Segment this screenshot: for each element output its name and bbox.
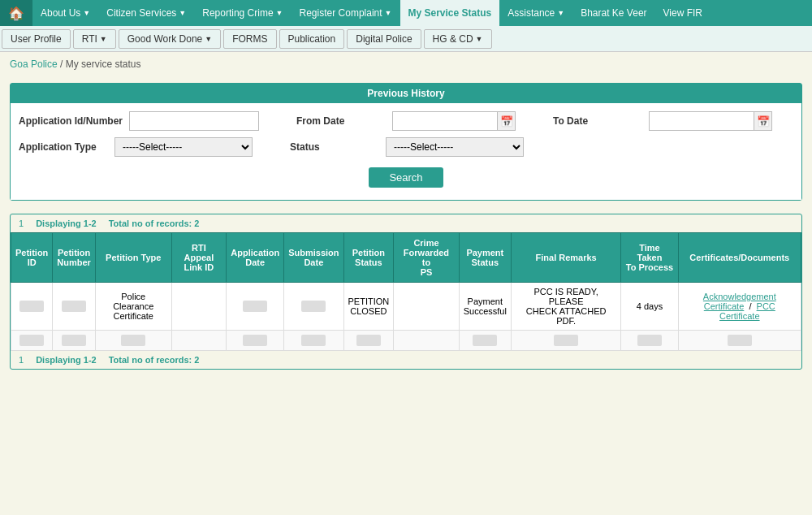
col-petition-status: PetitionStatus [343, 233, 394, 283]
results-bottom-total: Total no of records: 2 [109, 355, 200, 365]
nav-my-service-status[interactable]: My Service Status [400, 0, 500, 26]
blurred-cell [62, 301, 86, 312]
from-date-calendar-icon[interactable]: 📅 [498, 111, 516, 131]
results-table: PetitionID PetitionNumber Petition Type … [11, 232, 801, 351]
results-bottom-info: 1 Displaying 1-2 Total no of records: 2 [11, 351, 801, 369]
from-date-input[interactable] [392, 111, 498, 131]
row1-application-date [227, 283, 284, 331]
from-date-label: From Date [296, 115, 386, 127]
top-navbar: 🏠 About Us ▼ Citizen Services ▼ Reportin… [0, 0, 812, 26]
blurred-cell [356, 335, 381, 346]
results-panel: 1 Displaying 1-2 Total no of records: 2 … [10, 214, 802, 370]
blurred-cell [243, 335, 267, 346]
row1-crime-forwarded [394, 283, 459, 331]
to-date-calendar-icon[interactable]: 📅 [754, 111, 772, 131]
row2-petition-number [53, 331, 96, 351]
blurred-cell [301, 335, 326, 346]
results-table-head: PetitionID PetitionNumber Petition Type … [11, 233, 801, 283]
status-select[interactable]: -----Select----- [386, 137, 524, 157]
good-work-done-arrow: ▼ [205, 35, 212, 43]
application-type-select[interactable]: -----Select----- [114, 137, 253, 157]
to-date-wrap: 📅 [649, 111, 772, 131]
blurred-cell [19, 301, 44, 312]
breadcrumb: Goa Police / My service status [0, 52, 812, 76]
search-button[interactable]: Search [369, 167, 443, 188]
second-navbar: User Profile RTI ▼ Good Work Done ▼ FORM… [0, 26, 812, 52]
nav-assistance[interactable]: Assistance ▼ [499, 0, 572, 26]
row2-petition-type [95, 331, 171, 351]
row1-petition-type: Police ClearanceCertificate [95, 283, 171, 331]
row2-final-remarks [511, 331, 620, 351]
row1-petition-number [53, 283, 96, 331]
nav-view-fir[interactable]: View FIR [655, 0, 710, 26]
nav2-forms[interactable]: FORMS [223, 29, 276, 49]
row2-petition-id [11, 331, 53, 351]
nav2-digital-police[interactable]: Digital Police [347, 29, 421, 49]
application-id-input[interactable] [129, 111, 259, 131]
row1-rti-appeal-link-id [171, 283, 227, 331]
assistance-arrow: ▼ [557, 9, 564, 17]
hg-cd-arrow: ▼ [476, 35, 483, 43]
row1-submission-date [284, 283, 343, 331]
blurred-cell [243, 301, 267, 312]
nav-register-complaint[interactable]: Register Complaint ▼ [292, 0, 400, 26]
nav2-good-work-done[interactable]: Good Work Done ▼ [119, 29, 221, 49]
blurred-cell [301, 301, 326, 312]
results-header-row: PetitionID PetitionNumber Petition Type … [11, 233, 801, 283]
blurred-cell [62, 335, 86, 346]
blurred-cell [728, 335, 752, 346]
application-id-label: Application Id/Number [19, 115, 123, 127]
col-petition-id: PetitionID [11, 233, 53, 283]
application-type-label: Application Type [19, 141, 108, 153]
row1-time-taken: 4 days [621, 283, 678, 331]
nav-bharat-ke-veer[interactable]: Bharat Ke Veer [572, 0, 654, 26]
citizen-services-arrow: ▼ [179, 9, 186, 17]
col-time-taken: Time TakenTo Process [621, 233, 678, 283]
blurred-cell [121, 335, 145, 346]
col-payment-status: PaymentStatus [459, 233, 511, 283]
col-crime-forwarded: CrimeForwarded toPS [394, 233, 459, 283]
filter-panel: Previous History Application Id/Number F… [10, 83, 802, 201]
row2-rti-appeal-link-id [171, 331, 227, 351]
nav2-publication[interactable]: Publication [279, 29, 345, 49]
to-date-input[interactable] [649, 111, 754, 131]
to-date-label: To Date [553, 115, 642, 127]
nav2-hg-cd[interactable]: HG & CD ▼ [424, 29, 492, 49]
blurred-cell [473, 335, 497, 346]
search-btn-row: Search [19, 163, 793, 192]
from-date-wrap: 📅 [392, 111, 516, 131]
col-petition-type: Petition Type [95, 233, 171, 283]
rti-arrow: ▼ [100, 35, 107, 43]
col-final-remarks: Final Remarks [511, 233, 620, 283]
row2-time-taken [621, 331, 678, 351]
row1-certificates: AcknowledgementCertificate / PCC Certifi… [678, 283, 801, 331]
results-table-body: Police ClearanceCertificate PETITIONCLOS… [11, 283, 801, 351]
row2-payment-status [459, 331, 511, 351]
nav2-user-profile[interactable]: User Profile [2, 29, 71, 49]
row2-petition-status [343, 331, 394, 351]
home-button[interactable]: 🏠 [0, 0, 32, 26]
row1-final-remarks: PCC IS READY, PLEASECHECK ATTACHED PDF. [511, 283, 620, 331]
breadcrumb-separator: / [60, 58, 63, 70]
breadcrumb-current: My service status [66, 58, 141, 70]
filter-body: Application Id/Number From Date 📅 To Dat… [11, 103, 801, 200]
breadcrumb-link[interactable]: Goa Police [10, 58, 58, 70]
main-content: Previous History Application Id/Number F… [0, 76, 812, 376]
nav-reporting-crime[interactable]: Reporting Crime ▼ [194, 0, 291, 26]
row1-petition-id [11, 283, 53, 331]
results-top-info: 1 Displaying 1-2 Total no of records: 2 [11, 214, 801, 232]
row1-petition-status: PETITIONCLOSED [343, 283, 394, 331]
nav-citizen-services[interactable]: Citizen Services ▼ [98, 0, 194, 26]
col-petition-number: PetitionNumber [53, 233, 96, 283]
nav2-rti[interactable]: RTI ▼ [73, 29, 116, 49]
col-application-date: ApplicationDate [227, 233, 284, 283]
row2-submission-date [284, 331, 343, 351]
reporting-crime-arrow: ▼ [276, 9, 283, 17]
row2-certificates [678, 331, 801, 351]
results-top-page: 1 [19, 219, 24, 228]
col-submission-date: SubmissionDate [284, 233, 343, 283]
nav-about-us[interactable]: About Us ▼ [32, 0, 98, 26]
col-certificates: Certificates/Documents [678, 233, 801, 283]
register-complaint-arrow: ▼ [385, 9, 392, 17]
blurred-cell [19, 335, 44, 346]
